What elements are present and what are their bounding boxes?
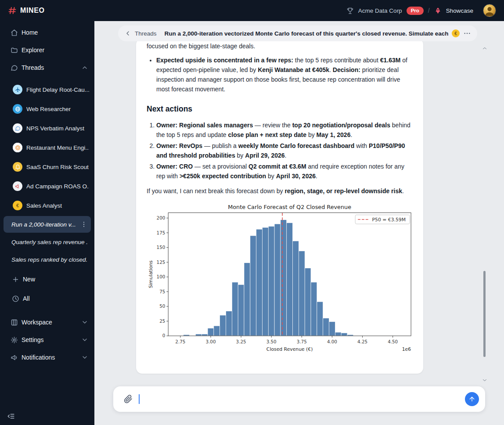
trophy-icon[interactable]: [346, 7, 354, 14]
back-to-threads-link[interactable]: Threads: [135, 30, 157, 37]
scroll-up-icon[interactable]: [482, 46, 487, 51]
sidebar-item-settings[interactable]: Settings: [0, 331, 94, 349]
svg-text:75: 75: [159, 289, 165, 294]
svg-text:3.00: 3.00: [205, 339, 216, 344]
numbered-list: Owner: Regional sales managers — review …: [147, 120, 414, 181]
histogram-bar: [232, 282, 238, 336]
histogram-bar: [226, 311, 232, 336]
speaker-icon: [11, 354, 18, 361]
chart-xlabel: Closed Revenue (€): [266, 346, 313, 352]
send-button[interactable]: [465, 392, 479, 406]
thread-item-label: Sales Analyst: [26, 202, 89, 209]
svg-text:100: 100: [157, 274, 166, 279]
thread-item[interactable]: Ad Campaign ROAS O...: [0, 176, 94, 196]
sidebar-item-threads[interactable]: Threads: [0, 59, 94, 76]
chevron-down-icon[interactable]: [81, 336, 88, 343]
plane-icon: [13, 85, 22, 94]
paperclip-icon[interactable]: [124, 395, 133, 403]
legend-label: P50 = €3.59M: [372, 217, 406, 223]
histogram-bar: [214, 326, 220, 336]
svg-text:2.75: 2.75: [175, 339, 185, 344]
svg-text:0: 0: [162, 333, 166, 338]
thread-header: Threads Run a 2,000-iteration vectorized…: [118, 25, 477, 41]
sidebar-item-explorer[interactable]: Explorer: [0, 41, 94, 59]
svg-text:4.25: 4.25: [357, 339, 367, 344]
plate-icon: [13, 143, 22, 152]
svg-text:4.00: 4.00: [327, 339, 337, 344]
topbar-right: Acme Data Corp Pro / Showcase: [346, 4, 496, 17]
thread-item[interactable]: €Sales Analyst: [0, 196, 94, 215]
message-input[interactable]: [140, 386, 465, 412]
sidebar-nav-bottom: WorkspaceSettingsNotifications: [0, 313, 94, 366]
sidebar-item-label: Explorer: [22, 47, 44, 54]
chevron-up-icon[interactable]: [81, 64, 88, 71]
scrollbar-thumb[interactable]: [483, 271, 486, 357]
numbered-item: Owner: RevOps — publish a weekly Monte C…: [156, 141, 414, 160]
svg-text:3.25: 3.25: [236, 339, 246, 344]
collapse-sidebar-icon[interactable]: [7, 412, 15, 420]
thread-item-label: Web Researcher: [26, 106, 89, 112]
histogram-bar: [202, 334, 208, 336]
svg-text:175: 175: [157, 230, 166, 235]
thread-item[interactable]: SaaS Churn Risk Scout: [0, 157, 94, 176]
sidebar-item-label: Home: [22, 29, 38, 36]
thread-item[interactable]: NPS Verbatim Analyst: [0, 119, 94, 138]
svg-text:25: 25: [159, 318, 165, 324]
histogram-bar: [335, 332, 341, 336]
showcase-label[interactable]: Showcase: [446, 7, 473, 14]
thread-item[interactable]: Restaurant Menu Engi...: [0, 138, 94, 157]
new-thread-button[interactable]: New: [0, 270, 94, 288]
chevron-down-icon[interactable]: [81, 319, 88, 326]
recent-thread-selected[interactable]: Run a 2,000-iteration v...: [4, 216, 91, 233]
topbar: MINEO Acme Data Corp Pro / Showcase: [0, 0, 504, 21]
sidebar-item-home[interactable]: Home: [0, 24, 94, 41]
clipped-paragraph: focused on the biggest late-stage deals.: [147, 41, 414, 51]
chevron-down-icon[interactable]: [81, 354, 88, 361]
org-name[interactable]: Acme Data Corp: [358, 7, 402, 14]
thread-item-label: NPS Verbatim Analyst: [26, 125, 89, 132]
numbered-item: Owner: Regional sales managers — review …: [156, 120, 414, 140]
chat-scroll-area[interactable]: focused on the biggest late-stage deals.…: [94, 21, 504, 386]
histogram-bar: [287, 223, 293, 336]
thread-menu-button[interactable]: [463, 29, 471, 37]
arrow-up-icon: [468, 396, 475, 403]
svg-text:150: 150: [157, 245, 166, 250]
recent-thread[interactable]: Quarterly sales rep revenue ...: [4, 234, 91, 250]
closing-paragraph: If you want, I can next break this forec…: [147, 186, 414, 196]
sidebar-footer: [0, 407, 94, 425]
thread-item[interactable]: Web Researcher: [0, 99, 94, 119]
histogram-bar: [323, 318, 329, 336]
chart-canvas: 2.753.003.253.503.754.004.254.5002550751…: [147, 203, 414, 359]
thread-item-label: Flight Delay Root-Cau...: [26, 86, 89, 93]
back-chevron-icon[interactable]: [124, 30, 131, 37]
sidebar-item-label: Settings: [22, 336, 44, 343]
user-avatar[interactable]: [483, 4, 496, 17]
sidebar-item-workspace[interactable]: Workspace: [0, 313, 94, 331]
svg-text:200: 200: [157, 215, 166, 220]
scroll-down-icon[interactable]: [482, 378, 487, 383]
text-cursor: [139, 394, 140, 404]
histogram-bar: [256, 229, 263, 336]
svg-text:3.75: 3.75: [297, 339, 307, 344]
sidebar-item-label: Threads: [22, 64, 44, 71]
chart-x-offset: 1e6: [402, 346, 411, 352]
thread-item[interactable]: Flight Delay Root-Cau...: [0, 80, 94, 99]
svg-text:3.50: 3.50: [266, 339, 277, 344]
folder-icon: [11, 47, 18, 54]
thread-list: Flight Delay Root-Cau...Web ResearcherNP…: [0, 80, 94, 215]
histogram-bar: [329, 322, 335, 336]
histogram-bar: [281, 220, 287, 336]
chat-bubble-icon: [13, 123, 22, 133]
svg-text:125: 125: [157, 259, 166, 265]
recent-thread[interactable]: Sales reps ranked by closed...: [4, 251, 91, 268]
kebab-menu-icon[interactable]: [80, 221, 87, 228]
plus-icon: [12, 276, 19, 283]
svg-text:4.50: 4.50: [388, 339, 398, 344]
histogram-bar: [262, 227, 268, 336]
brand[interactable]: MINEO: [8, 6, 44, 15]
rocket-icon: [434, 7, 442, 14]
histogram-bar: [317, 302, 323, 336]
clock-icon: [12, 295, 19, 303]
sidebar-item-notifications[interactable]: Notifications: [0, 349, 94, 366]
all-threads-button[interactable]: All: [0, 290, 94, 307]
